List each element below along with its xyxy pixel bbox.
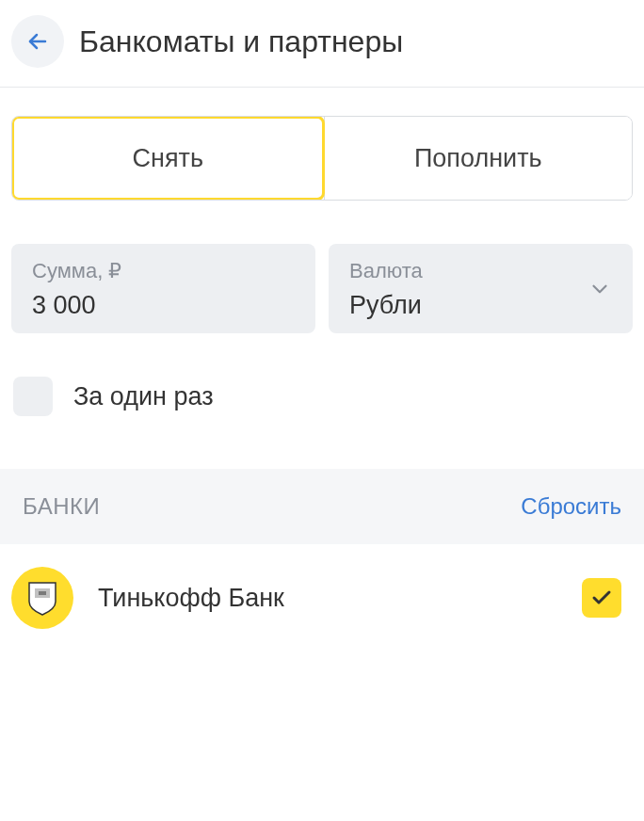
bank-logo-tinkoff xyxy=(11,567,73,629)
currency-value: Рубли xyxy=(349,291,614,320)
tab-withdraw-label: Снять xyxy=(133,144,203,173)
currency-field[interactable]: Валюта Рубли xyxy=(329,244,633,333)
single-transaction-label: За один раз xyxy=(73,382,214,411)
single-transaction-checkbox[interactable] xyxy=(13,377,53,416)
amount-field[interactable]: Сумма, ₽ 3 000 xyxy=(11,244,315,333)
tab-deposit[interactable]: Пополнить xyxy=(324,117,633,200)
fields-row: Сумма, ₽ 3 000 Валюта Рубли xyxy=(11,244,633,333)
currency-label: Валюта xyxy=(349,259,614,283)
single-transaction-row: За один раз xyxy=(11,377,633,416)
page-title: Банкоматы и партнеры xyxy=(79,24,403,59)
amount-value: 3 000 xyxy=(32,291,297,320)
svg-rect-2 xyxy=(39,591,46,595)
arrow-left-icon xyxy=(26,30,49,53)
banks-section-header: БАНКИ Сбросить xyxy=(0,469,644,544)
bank-row[interactable]: Тинькофф Банк xyxy=(11,544,633,652)
bank-name: Тинькофф Банк xyxy=(98,584,557,613)
back-button[interactable] xyxy=(11,15,64,68)
operation-tabs: Снять Пополнить xyxy=(11,116,633,201)
chevron-down-icon xyxy=(588,277,612,301)
header: Банкоматы и партнеры xyxy=(0,0,644,87)
content: Снять Пополнить Сумма, ₽ 3 000 Валюта Ру… xyxy=(0,88,644,652)
amount-label: Сумма, ₽ xyxy=(32,259,297,283)
tab-deposit-label: Пополнить xyxy=(414,144,542,173)
banks-section-title: БАНКИ xyxy=(23,493,100,520)
tab-withdraw[interactable]: Снять xyxy=(11,116,325,201)
bank-checkbox[interactable] xyxy=(582,578,621,618)
checkmark-icon xyxy=(590,587,613,609)
shield-icon xyxy=(25,579,59,617)
reset-banks-link[interactable]: Сбросить xyxy=(521,493,621,520)
